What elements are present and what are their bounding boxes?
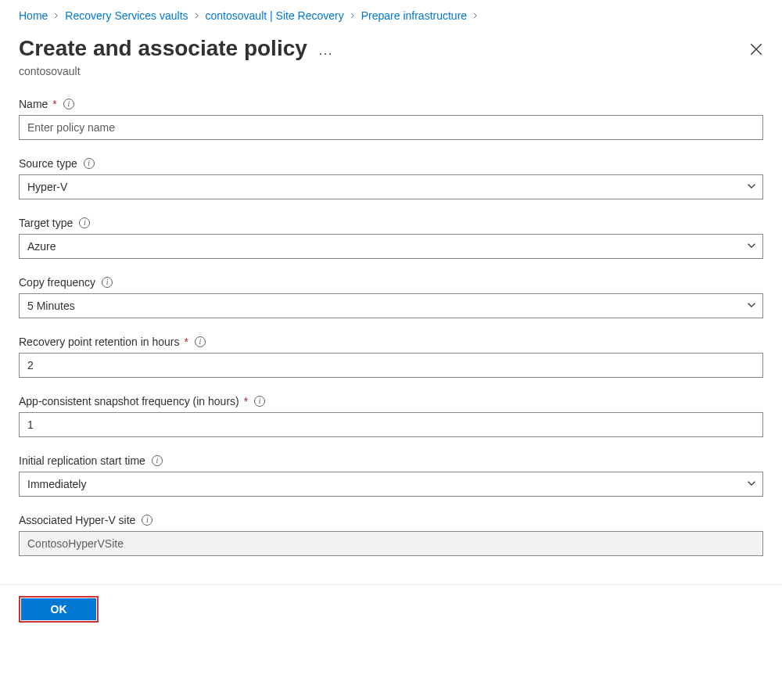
chevron-right-icon bbox=[472, 12, 479, 20]
label-source-type: Source type bbox=[19, 157, 77, 170]
snapshot-frequency-input[interactable] bbox=[19, 412, 763, 437]
breadcrumb: Home Recovery Services vaults contosovau… bbox=[19, 8, 763, 27]
source-type-value: Hyper-V bbox=[27, 181, 67, 193]
required-icon: * bbox=[244, 395, 248, 407]
field-snapshot-frequency: App-consistent snapshot frequency (in ho… bbox=[19, 395, 763, 437]
target-type-value: Azure bbox=[27, 240, 56, 253]
info-icon[interactable]: i bbox=[102, 277, 113, 288]
label-target-type: Target type bbox=[19, 217, 73, 229]
chevron-right-icon bbox=[349, 12, 357, 20]
target-type-select[interactable]: Azure bbox=[19, 234, 763, 259]
field-target-type: Target type i Azure bbox=[19, 217, 763, 259]
initial-replication-select[interactable]: Immediately bbox=[19, 472, 763, 497]
copy-frequency-select[interactable]: 5 Minutes bbox=[19, 293, 763, 318]
label-copy-frequency: Copy frequency bbox=[19, 276, 95, 289]
breadcrumb-link-vaults[interactable]: Recovery Services vaults bbox=[65, 9, 188, 22]
field-associated-site: Associated Hyper-V site i bbox=[19, 514, 763, 556]
initial-replication-value: Immediately bbox=[27, 478, 86, 490]
info-icon[interactable]: i bbox=[79, 217, 90, 228]
associated-site-input bbox=[19, 531, 763, 556]
page-title: Create and associate policy bbox=[19, 36, 307, 61]
close-icon bbox=[749, 47, 763, 59]
footer-bar: OK bbox=[0, 584, 782, 637]
close-button[interactable] bbox=[746, 39, 766, 62]
info-icon[interactable]: i bbox=[142, 515, 152, 526]
chevron-right-icon bbox=[193, 12, 201, 20]
field-name: Name * i bbox=[19, 98, 763, 140]
breadcrumb-link-prepare-infrastructure[interactable]: Prepare infrastructure bbox=[361, 9, 467, 22]
ok-button-highlight: OK bbox=[19, 596, 99, 623]
info-icon[interactable]: i bbox=[84, 158, 95, 169]
breadcrumb-link-home[interactable]: Home bbox=[19, 9, 48, 22]
copy-frequency-value: 5 Minutes bbox=[27, 300, 75, 312]
label-retention-hours: Recovery point retention in hours bbox=[19, 336, 179, 348]
info-icon[interactable]: i bbox=[254, 396, 265, 407]
label-initial-replication: Initial replication start time bbox=[19, 454, 145, 467]
field-initial-replication: Initial replication start time i Immedia… bbox=[19, 454, 763, 497]
label-associated-site: Associated Hyper-V site bbox=[19, 514, 135, 526]
field-retention-hours: Recovery point retention in hours * i bbox=[19, 336, 763, 378]
source-type-select[interactable]: Hyper-V bbox=[19, 174, 763, 199]
retention-hours-input[interactable] bbox=[19, 353, 763, 378]
field-source-type: Source type i Hyper-V bbox=[19, 157, 763, 199]
label-name: Name bbox=[19, 98, 48, 110]
info-icon[interactable]: i bbox=[63, 99, 74, 109]
name-input[interactable] bbox=[19, 115, 763, 140]
info-icon[interactable]: i bbox=[195, 336, 206, 347]
chevron-right-icon bbox=[52, 12, 60, 20]
more-icon[interactable]: ⋯ bbox=[318, 46, 333, 60]
page-subtitle: contosovault bbox=[19, 65, 763, 77]
required-icon: * bbox=[184, 336, 188, 348]
required-icon: * bbox=[52, 98, 56, 110]
label-snapshot-frequency: App-consistent snapshot frequency (in ho… bbox=[19, 395, 239, 407]
ok-button[interactable]: OK bbox=[21, 598, 96, 620]
field-copy-frequency: Copy frequency i 5 Minutes bbox=[19, 276, 763, 318]
info-icon[interactable]: i bbox=[152, 455, 163, 466]
breadcrumb-link-vault-site-recovery[interactable]: contosovault | Site Recovery bbox=[206, 9, 344, 22]
